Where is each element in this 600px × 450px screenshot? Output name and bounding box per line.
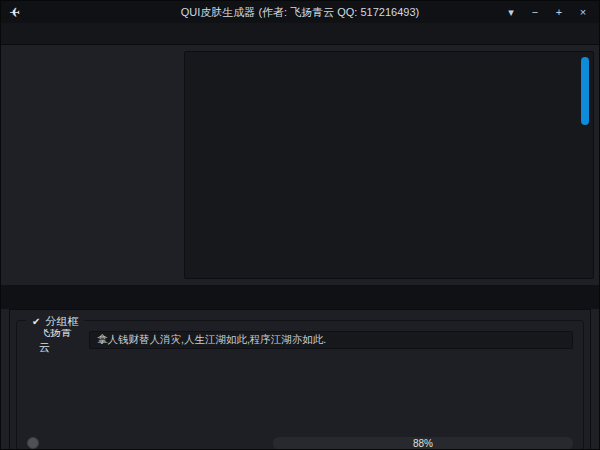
groupbox-checkbox-check-icon[interactable]: ✔ (32, 316, 40, 327)
toggles-row (27, 358, 573, 376)
author-label: 飞扬青云 (27, 325, 79, 355)
motto-input[interactable]: 拿人钱财替人消灾,人生江湖如此,程序江湖亦如此. (89, 331, 573, 349)
spinners-row (27, 410, 573, 430)
minimize-button[interactable]: − (523, 1, 547, 23)
meters-row: 88% (27, 436, 573, 450)
groupbox-title: 分组框 (45, 314, 78, 329)
author-row: 飞扬青云 拿人钱财替人消灾,人生江湖如此,程序江湖亦如此. (27, 331, 573, 349)
slider-track[interactable] (27, 441, 264, 445)
menu-bar (1, 23, 599, 45)
demo-tab-bar (1, 285, 600, 309)
app-window: ✈ QUI皮肤生成器 (作者: 飞扬青云 QQ: 517216493) ▾ − … (0, 0, 600, 450)
qss-code-editor[interactable] (184, 51, 594, 279)
skin-menu-button[interactable]: ▾ (499, 1, 523, 23)
progress-label: 88% (273, 437, 573, 450)
slider-handle[interactable] (27, 437, 39, 449)
progress-bar: 88% (273, 437, 573, 450)
demo-groupbox: ✔ 分组框 飞扬青云 拿人钱财替人消灾,人生江湖如此,程序江湖亦如此. (16, 320, 584, 450)
close-button[interactable]: × (571, 1, 595, 23)
value-slider[interactable] (27, 436, 264, 450)
dialog-buttons-row (27, 385, 573, 405)
editor-scrollbar-thumb[interactable] (581, 57, 589, 125)
main-content (1, 45, 600, 285)
groupbox-header[interactable]: ✔ 分组框 (26, 314, 84, 329)
motto-input-value: 拿人钱财替人消灾,人生江湖如此,程序江湖亦如此. (97, 333, 326, 347)
window-controls: ▾ − + × (499, 1, 595, 23)
maximize-button[interactable]: + (547, 1, 571, 23)
title-bar[interactable]: ✈ QUI皮肤生成器 (作者: 飞扬青云 QQ: 517216493) ▾ − … (1, 1, 599, 23)
demo-panel: ✔ 分组框 飞扬青云 拿人钱财替人消灾,人生江湖如此,程序江湖亦如此. (9, 309, 591, 450)
sidebar (8, 51, 178, 279)
